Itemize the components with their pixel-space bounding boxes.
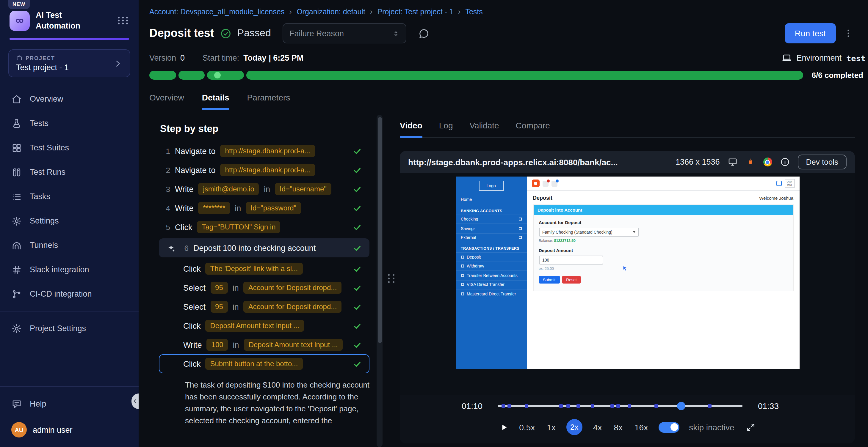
bank-nav-transfer-between-accounts[interactable]: Transfer Between Accounts bbox=[456, 271, 527, 280]
project-selector[interactable]: PROJECT Test project - 1 bbox=[8, 49, 130, 77]
checkbox-icon[interactable] bbox=[519, 227, 522, 230]
speed-0-5x[interactable]: 0.5x bbox=[518, 422, 536, 432]
step-row[interactable]: Select95inAccount for Deposit dropd... bbox=[159, 297, 369, 316]
sidebar-item-tasks[interactable]: Tasks bbox=[0, 184, 138, 209]
speed-controls: 0.5x1x2x4x8x16x bbox=[518, 419, 649, 435]
timeline-marker bbox=[576, 404, 580, 408]
sidebar-item-project-settings[interactable]: Project Settings bbox=[0, 316, 138, 341]
breadcrumb-link[interactable]: Tests bbox=[465, 7, 483, 16]
speed-8x[interactable]: 8x bbox=[613, 422, 624, 432]
breadcrumb-link[interactable]: Project: Test project - 1 bbox=[377, 7, 453, 16]
sidebar-item-test-suites[interactable]: Test Suites bbox=[0, 136, 138, 160]
deposit-amount-input[interactable]: 100 bbox=[539, 255, 603, 265]
speed-1x[interactable]: 1x bbox=[546, 422, 557, 432]
step-row[interactable]: 2Navigate tohttp://stage.dbank.prod-a... bbox=[159, 161, 369, 179]
reset-button[interactable]: Reset bbox=[562, 276, 581, 283]
sidebar-item-slack-integration[interactable]: Slack integration bbox=[0, 257, 138, 282]
step-row[interactable]: 4Write********inId="password" bbox=[159, 199, 369, 217]
breadcrumb-link[interactable]: Account: Devspace_all_module_licenses bbox=[149, 7, 284, 16]
submit-button[interactable]: Submit bbox=[539, 276, 560, 283]
drag-grip-icon bbox=[388, 274, 396, 283]
sidebar-item-label: Project Settings bbox=[30, 324, 86, 333]
speed-2x[interactable]: 2x bbox=[566, 419, 583, 435]
step-row[interactable]: Write100inDeposit Amount text input ... bbox=[159, 335, 369, 354]
extension-icon[interactable] bbox=[551, 180, 557, 186]
check-icon bbox=[353, 264, 362, 273]
sidebar-item-settings[interactable]: Settings bbox=[0, 209, 138, 233]
devtools-button[interactable]: Dev tools bbox=[798, 154, 846, 169]
timeline-handle[interactable] bbox=[677, 402, 685, 410]
bookmark-icon[interactable] bbox=[776, 181, 781, 186]
fullscreen-icon[interactable] bbox=[746, 422, 756, 432]
panel-resize-handle[interactable] bbox=[384, 110, 400, 447]
kebab-menu-icon[interactable] bbox=[843, 28, 854, 39]
bank-nav-external[interactable]: External bbox=[456, 233, 527, 242]
check-icon bbox=[353, 146, 362, 156]
timeline-track[interactable] bbox=[498, 405, 742, 407]
sidebar-item-tests[interactable]: Tests bbox=[0, 111, 138, 136]
play-icon[interactable] bbox=[499, 422, 508, 432]
step-target-tag: Account for Deposit dropd... bbox=[244, 282, 342, 294]
video-stage[interactable]: Logo HomeBANKING ACCOUNTSCheckingSavings… bbox=[400, 173, 855, 395]
user-menu[interactable]: AU admin user bbox=[0, 416, 138, 447]
deposit-panel-title: Deposit into Account bbox=[533, 205, 793, 215]
video-tab-compare[interactable]: Compare bbox=[516, 121, 550, 138]
bank-nav-mastercard-direct-transfer[interactable]: Mastercard Direct Transfer bbox=[456, 289, 527, 298]
step-row[interactable]: 1Navigate tohttp://stage.dbank.prod-a... bbox=[159, 141, 369, 161]
tab-parameters[interactable]: Parameters bbox=[247, 93, 290, 110]
video-tab-log[interactable]: Log bbox=[439, 121, 453, 138]
time-total: 01:33 bbox=[758, 401, 779, 411]
scrollbar-thumb[interactable] bbox=[377, 117, 382, 343]
step-target-tag: ******** bbox=[198, 202, 230, 214]
step-group-header[interactable]: 6Deposit 100 into checking account bbox=[159, 238, 369, 257]
sidebar-item-test-runs[interactable]: Test Runs bbox=[0, 160, 138, 184]
status-badge: Passed bbox=[237, 27, 271, 39]
bank-nav-visa-direct-transfer[interactable]: VISA Direct Transfer bbox=[456, 280, 527, 289]
bank-nav-deposit[interactable]: Deposit bbox=[456, 252, 527, 261]
bank-nav-home[interactable]: Home bbox=[456, 195, 527, 204]
step-row[interactable]: ClickSubmit button at the botto... bbox=[159, 354, 369, 373]
bank-nav-savings[interactable]: Savings bbox=[456, 224, 527, 233]
skip-inactive-toggle[interactable] bbox=[659, 422, 679, 433]
environment-label: Environment bbox=[796, 54, 841, 62]
bank-nav-withdraw[interactable]: Withdraw bbox=[456, 261, 527, 271]
timeline-marker bbox=[628, 404, 631, 408]
tab-details[interactable]: Details bbox=[202, 93, 229, 110]
sidebar-item-overview[interactable]: Overview bbox=[0, 87, 138, 111]
speed-4x[interactable]: 4x bbox=[592, 422, 603, 432]
checkbox-icon[interactable] bbox=[519, 236, 522, 239]
tab-overview[interactable]: Overview bbox=[149, 93, 184, 110]
extension-icon[interactable] bbox=[542, 180, 548, 186]
step-row[interactable]: 5ClickTag="BUTTON" Sign in bbox=[159, 217, 369, 237]
steps-panel: Step by step 1Navigate tohttp://stage.db… bbox=[149, 110, 384, 447]
step-row[interactable]: Select95inAccount for Deposit dropd... bbox=[159, 278, 369, 297]
divider bbox=[0, 311, 138, 311]
checkbox-icon[interactable] bbox=[519, 218, 522, 221]
monitor-icon[interactable] bbox=[727, 157, 738, 167]
sidebar-item-ci-cd-integration[interactable]: CI-CD integration bbox=[0, 282, 138, 306]
record-icon[interactable] bbox=[532, 179, 539, 187]
chrome-icon[interactable] bbox=[763, 158, 772, 166]
flame-icon[interactable] bbox=[745, 157, 755, 167]
speed-16x[interactable]: 16x bbox=[633, 422, 649, 432]
video-tab-video[interactable]: Video bbox=[400, 121, 423, 138]
comment-icon[interactable] bbox=[418, 28, 430, 39]
apps-grid-icon[interactable] bbox=[118, 16, 129, 24]
bank-nav-checking[interactable]: Checking bbox=[456, 214, 527, 224]
step-row[interactable]: ClickDeposit Amount text input ... bbox=[159, 316, 369, 335]
bank-user-avatar[interactable]: User Wat bbox=[784, 179, 795, 188]
account-for-deposit-select[interactable]: Family Checking (Standard Checking) bbox=[539, 228, 639, 237]
breadcrumb-separator: › bbox=[458, 7, 461, 16]
video-tab-validate[interactable]: Validate bbox=[469, 121, 499, 138]
info-icon[interactable] bbox=[780, 157, 790, 167]
breadcrumb-link[interactable]: Organization: default bbox=[297, 7, 365, 16]
sidebar-item-help[interactable]: Help bbox=[0, 392, 138, 416]
step-row[interactable]: ClickThe 'Deposit' link with a si... bbox=[159, 259, 369, 278]
content-split: Step by step 1Navigate tohttp://stage.db… bbox=[138, 110, 868, 447]
scrollbar[interactable] bbox=[377, 115, 382, 447]
run-test-button[interactable]: Run test bbox=[785, 23, 836, 43]
page-header: Account: Devspace_all_module_licenses›Or… bbox=[138, 7, 868, 43]
sidebar-item-tunnels[interactable]: Tunnels bbox=[0, 233, 138, 257]
step-row[interactable]: 3Writejsmith@demo.ioinId="username" bbox=[159, 179, 369, 199]
failure-reason-select[interactable]: Failure Reason bbox=[283, 23, 407, 43]
